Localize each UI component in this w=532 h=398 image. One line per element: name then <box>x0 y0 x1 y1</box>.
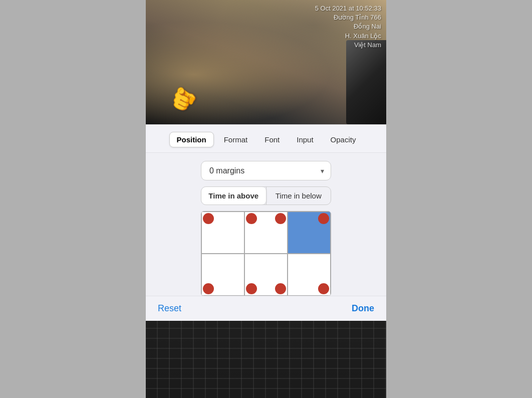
grid-cell-0-1[interactable] <box>244 212 288 254</box>
settings-panel: Position Format Font Input Opacity 0 mar… <box>146 124 386 321</box>
corner-dot-br-cell12 <box>318 283 329 294</box>
corner-dot-br-cell11 <box>275 283 286 294</box>
timestamp-overlay: 5 Oct 2021 at 10:52:33 Đường Tỉnh 766 Đồ… <box>315 4 381 50</box>
corner-dot-tr-cell02 <box>318 213 329 224</box>
margins-dropdown-container: 0 margins 5 margins 10 margins 20 margin… <box>201 161 331 180</box>
reset-button[interactable]: Reset <box>158 303 181 314</box>
left-panel <box>0 0 146 398</box>
tab-format[interactable]: Format <box>217 132 255 147</box>
top-photo: 5 Oct 2021 at 10:52:33 Đường Tỉnh 766 Đồ… <box>146 0 386 124</box>
grid-cell-1-0[interactable] <box>201 254 244 296</box>
phone-container: 5 Oct 2021 at 10:52:33 Đường Tỉnh 766 Đồ… <box>146 0 386 398</box>
grid-cell-1-1[interactable] <box>244 254 288 296</box>
timestamp-line4: H. Xuân Lộc <box>315 32 381 41</box>
grid-cell-1-2[interactable] <box>288 254 331 296</box>
panel-body: 0 margins 5 margins 10 margins 20 margin… <box>146 153 386 304</box>
tab-position[interactable]: Position <box>169 132 214 147</box>
time-position-toggle: Time in above Time in below <box>201 186 331 205</box>
time-in-above-button[interactable]: Time in above <box>201 187 266 205</box>
tab-font[interactable]: Font <box>257 132 287 147</box>
right-panel <box>386 0 532 398</box>
tab-input[interactable]: Input <box>290 132 320 147</box>
tabs-row: Position Format Font Input Opacity <box>146 125 386 153</box>
corner-dot-tl-cell00 <box>203 213 214 224</box>
corner-dot-tr-cell01 <box>275 213 286 224</box>
tab-opacity[interactable]: Opacity <box>324 132 363 147</box>
action-row: Reset Done <box>146 296 386 321</box>
laptop-edge <box>346 40 386 124</box>
margins-dropdown[interactable]: 0 margins 5 margins 10 margins 20 margin… <box>201 161 331 180</box>
timestamp-line1: 5 Oct 2021 at 10:52:33 <box>315 4 381 13</box>
timestamp-line5: Việt Nam <box>315 41 381 50</box>
timestamp-line3: Đồng Nai <box>315 22 381 31</box>
time-in-below-button[interactable]: Time in below <box>267 187 331 205</box>
corner-dot-tl-cell01 <box>246 213 257 224</box>
done-button[interactable]: Done <box>352 303 374 314</box>
position-grid <box>201 211 331 296</box>
grid-cell-0-0[interactable] <box>201 212 244 254</box>
timestamp-line2: Đường Tỉnh 766 <box>315 13 381 22</box>
corner-dot-bl-cell10 <box>203 283 214 294</box>
corner-dot-bl-cell11 <box>246 283 257 294</box>
grid-cell-0-2[interactable] <box>288 212 331 254</box>
